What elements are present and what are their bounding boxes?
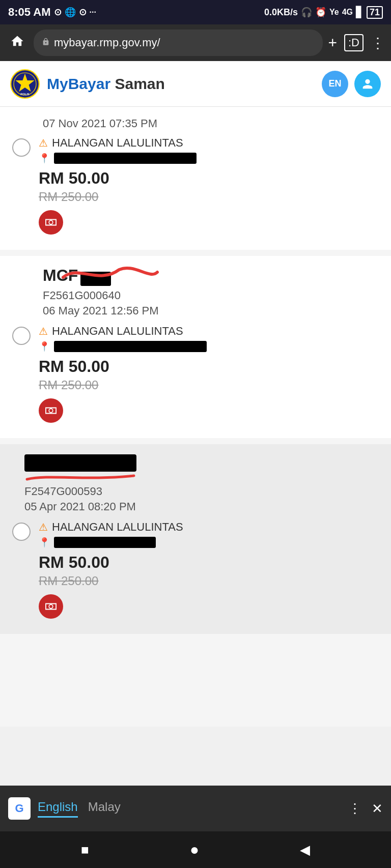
fine-2-location-redacted: [54, 341, 207, 352]
app-title: MyBayar Saman: [47, 75, 322, 93]
translate-tabs: English Malay: [38, 800, 348, 818]
fine-2-violation-text: HALANGAN LALULINTAS: [52, 325, 183, 338]
url-bar[interactable]: mybayar.rmp.gov.my/: [34, 30, 323, 56]
fine-3-radio[interactable]: [12, 523, 31, 541]
fine-3-plate-wrapper: [24, 454, 379, 482]
content-area: 07 Nov 2021 07:35 PM ⚠ HALANGAN LALULINT…: [0, 107, 391, 727]
fine-1-details: ⚠ HALANGAN LALULINTAS 📍 RM 50.00 RM 250.…: [39, 136, 379, 235]
warning-icon-2: ⚠: [39, 325, 48, 337]
fine-3-plate-redacted: [24, 454, 136, 472]
translate-tab-malay[interactable]: Malay: [88, 800, 121, 818]
fine-2-datetime: 06 May 2021 12:56 PM: [43, 304, 379, 317]
fine-card-3: F2547G000593 05 Apr 2021 08:20 PM ⚠ HALA…: [0, 444, 391, 634]
back-nav-button[interactable]: ◀: [300, 842, 310, 858]
fine-1-camera-button[interactable]: [39, 210, 63, 235]
profile-button[interactable]: [354, 71, 381, 97]
fine-1-discounted-price: RM 50.00: [39, 169, 379, 188]
fine-1-location-redacted: [54, 153, 197, 164]
fine-2-violation-row: ⚠ HALANGAN LALULINTAS: [39, 325, 379, 338]
status-right: 0.0KB/s 🎧 ⏰ Ye 4G ▋ 71: [264, 6, 383, 19]
new-tab-button[interactable]: +: [328, 34, 337, 51]
lock-icon: [42, 38, 50, 48]
police-logo: POLIS: [10, 69, 40, 99]
alarm-icon: ⏰: [315, 7, 326, 18]
fine-3-camera-button[interactable]: [39, 594, 63, 619]
location-pin-icon-3: 📍: [39, 537, 50, 548]
home-nav-button[interactable]: ●: [190, 841, 199, 858]
browser-actions: + :D ⋮: [328, 34, 385, 51]
fine-2-item: ⚠ HALANGAN LALULINTAS 📍 RM 50.00 RM 250.…: [12, 325, 379, 423]
translate-close-button[interactable]: ✕: [372, 801, 383, 817]
location-pin-icon-1: 📍: [39, 153, 50, 164]
fine-3-meta: F2547G000593 05 Apr 2021 08:20 PM: [24, 485, 379, 513]
title-my: My: [47, 75, 68, 92]
fine-3-details: ⚠ HALANGAN LALULINTAS 📍 RM 50.00 RM 250.…: [39, 520, 379, 619]
translate-more-button[interactable]: ⋮: [348, 801, 361, 817]
android-nav-bar: ■ ● ◀: [0, 831, 391, 868]
fine-card-2: MCF F2561G000640 06 May 2021 12:56 PM ⚠ …: [0, 256, 391, 438]
fine-3-location-row: 📍: [39, 537, 379, 548]
fine-2-plate-wrapper: MCF: [43, 266, 111, 286]
fine-1-violation-row: ⚠ HALANGAN LALULINTAS: [39, 136, 379, 150]
fine-1-original-price: RM 250.00: [39, 190, 379, 204]
app-header: POLIS MyBayar Saman EN: [0, 61, 391, 107]
fine-3-violation-text: HALANGAN LALULINTAS: [52, 520, 183, 534]
carrier-icon: Ye: [329, 8, 339, 17]
status-left: 8:05 AM ⊙ 🌐 ⊙ ···: [8, 6, 96, 19]
fine-3-discounted-price: RM 50.00: [39, 553, 379, 572]
language-button[interactable]: EN: [322, 71, 348, 97]
fine-card-1: 07 Nov 2021 07:35 PM ⚠ HALANGAN LALULINT…: [0, 107, 391, 250]
title-bayar: Bayar: [68, 75, 110, 92]
fine-2-meta: F2561G000640 06 May 2021 12:56 PM: [43, 289, 379, 317]
fine-2-plate-text: MCF: [43, 266, 78, 284]
translate-actions: ⋮ ✕: [348, 801, 383, 817]
fine-1-location-row: 📍: [39, 153, 379, 164]
browser-menu-button[interactable]: ⋮: [371, 35, 385, 51]
fine-3-scribble: [24, 472, 136, 482]
bottom-navigation: G English Malay ⋮ ✕ ■ ● ◀: [0, 786, 391, 868]
location-pin-icon-2: 📍: [39, 341, 50, 352]
warning-icon-1: ⚠: [39, 137, 48, 149]
fine-1-radio[interactable]: [12, 138, 31, 157]
fine-3-location-redacted: [54, 537, 156, 548]
app-icon-2: 🌐: [65, 7, 76, 18]
url-text: mybayar.rmp.gov.my/: [54, 36, 160, 49]
fine-2-camera-button[interactable]: [39, 398, 63, 423]
app-icon-1: ⊙: [54, 7, 62, 18]
warning-icon-3: ⚠: [39, 521, 48, 533]
fine-2-original-price: RM 250.00: [39, 378, 379, 392]
status-bar: 8:05 AM ⊙ 🌐 ⊙ ··· 0.0KB/s 🎧 ⏰ Ye 4G ▋ 71: [0, 0, 391, 24]
battery-icon: 71: [367, 6, 383, 19]
translate-tab-english[interactable]: English: [38, 800, 78, 818]
tab-switcher-button[interactable]: :D: [344, 34, 364, 51]
fine-2-plate-redacted: [80, 272, 111, 286]
fine-3-violation-row: ⚠ HALANGAN LALULINTAS: [39, 520, 379, 534]
browser-bar: mybayar.rmp.gov.my/ + :D ⋮: [0, 24, 391, 61]
status-dots: ···: [90, 8, 96, 17]
svg-text:POLIS: POLIS: [20, 93, 30, 96]
fine-3-ref: F2547G000593: [24, 485, 379, 498]
fine-3-item: ⚠ HALANGAN LALULINTAS 📍 RM 50.00 RM 250.…: [12, 520, 379, 619]
fine-1-item: ⚠ HALANGAN LALULINTAS 📍 RM 50.00 RM 250.…: [12, 136, 379, 235]
fine-3-original-price: RM 250.00: [39, 574, 379, 588]
recent-apps-button[interactable]: ■: [81, 842, 89, 858]
app-icon-3: ⊙: [79, 7, 87, 18]
fine-2-discounted-price: RM 50.00: [39, 357, 379, 376]
google-translate-logo: G: [8, 797, 31, 820]
signal-bars: ▋: [356, 6, 364, 18]
status-time: 8:05 AM: [8, 6, 51, 19]
translate-bar: G English Malay ⋮ ✕: [0, 786, 391, 831]
fine-2-radio[interactable]: [12, 327, 31, 345]
fine-2-location-row: 📍: [39, 341, 379, 352]
bottom-spacer: [0, 640, 391, 727]
fine-3-datetime: 05 Apr 2021 08:20 PM: [24, 500, 379, 513]
fine-1-date: 07 Nov 2021 07:35 PM: [12, 117, 379, 130]
headphone-icon: 🎧: [301, 7, 312, 18]
fine-1-violation-text: HALANGAN LALULINTAS: [52, 136, 183, 150]
fine-2-details: ⚠ HALANGAN LALULINTAS 📍 RM 50.00 RM 250.…: [39, 325, 379, 423]
network-type: 4G: [342, 8, 353, 17]
network-speed: 0.0KB/s: [264, 7, 298, 18]
title-saman: Saman: [115, 75, 164, 92]
fine-2-ref: F2561G000640: [43, 289, 379, 302]
home-button[interactable]: [6, 32, 29, 54]
